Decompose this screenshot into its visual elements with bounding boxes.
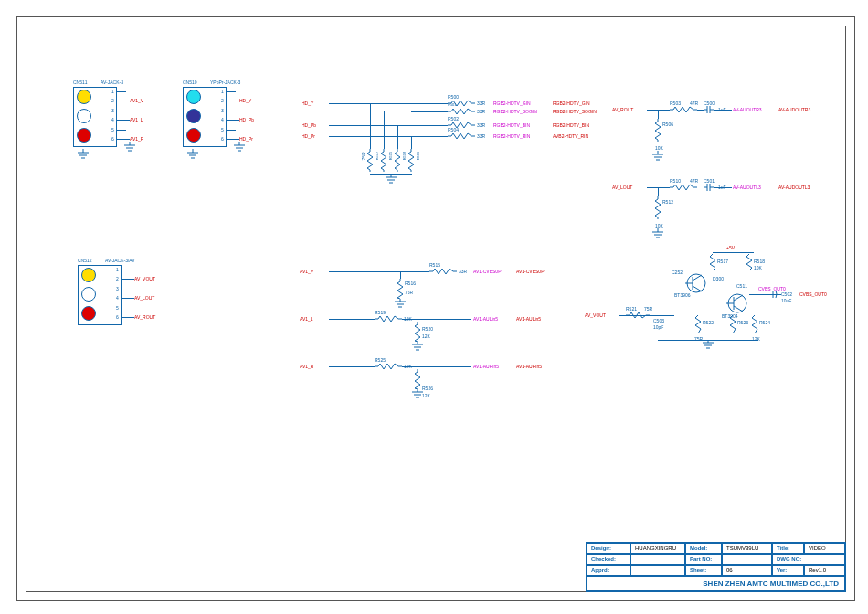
- svg-line-57: [734, 306, 743, 312]
- resistor-icon: [408, 149, 415, 172]
- gnd-icon: [123, 142, 136, 153]
- capacitor-icon: [704, 105, 714, 114]
- net-av1l: AV1_L: [130, 117, 143, 122]
- net-hdy: HD_Y: [239, 98, 251, 103]
- gnd-icon: [385, 174, 397, 185]
- rca-red-icon: [186, 128, 201, 143]
- rca-white-icon: [81, 287, 96, 302]
- rca-yellow-icon: [77, 90, 91, 104]
- transistor-icon: [726, 292, 748, 314]
- net-avlout: AV_LOUT: [134, 295, 154, 301]
- resistor-icon: [414, 322, 421, 342]
- ref-cn511: CN511: [73, 79, 88, 85]
- resistor-icon: [729, 315, 736, 333]
- resistor-icon: [380, 149, 387, 172]
- resistor-icon: [414, 369, 421, 389]
- gnd-icon: [411, 342, 424, 351]
- ref-cn512: CN512: [78, 258, 92, 263]
- transistor-icon: [685, 272, 707, 294]
- resistor-icon: [375, 315, 402, 323]
- port-auoutl3: AV-AUDOUTL3: [778, 185, 810, 190]
- rca-blue-icon: [186, 109, 201, 123]
- port-av1aurin: AV1-AURin5: [516, 364, 542, 369]
- gnd-icon: [77, 149, 90, 160]
- net-av1v: AV1_V: [130, 98, 143, 103]
- rca-red-icon: [77, 128, 91, 143]
- resistor-icon: [375, 363, 402, 370]
- gnd-icon: [411, 389, 424, 398]
- rca-yellow-icon: [81, 268, 96, 282]
- company-name: SHEN ZHEN AMTC MULTIMED CO.,LTD: [587, 576, 845, 591]
- ref-cn510: CN510: [183, 79, 197, 85]
- resistor-icon: [626, 312, 650, 319]
- port-av1aulin: AV1-AULin5: [516, 316, 541, 322]
- rca-red-icon: [81, 306, 96, 321]
- resistor-icon: [670, 184, 697, 191]
- svg-line-51: [693, 275, 702, 281]
- resistor-icon: [448, 132, 475, 140]
- gnd-icon: [186, 149, 199, 160]
- gnd-icon: [702, 340, 715, 349]
- port-auoutr3: AV-AUDOUTR3: [778, 107, 810, 112]
- net-hdpb: HD_Pb: [239, 117, 254, 122]
- part-cn512: AV-JACK-3/AV: [105, 258, 135, 263]
- resistor-icon: [397, 279, 404, 299]
- port-av1cvbs: AV1-CVBS0P: [516, 269, 544, 274]
- part-cn510: YPbPr-JACK-3: [210, 79, 240, 85]
- port-rin: AVB2-HDTV_RIN: [553, 133, 588, 139]
- resistor-icon: [429, 268, 457, 275]
- gnd-icon: [233, 142, 246, 153]
- resistor-icon: [654, 119, 662, 142]
- svg-line-56: [734, 295, 743, 301]
- rca-white-icon: [77, 109, 91, 123]
- resistor-icon: [670, 106, 697, 113]
- net-avrout: AV_ROUT: [134, 314, 155, 320]
- rca-cyan-icon: [186, 90, 201, 104]
- resistor-icon: [654, 196, 662, 219]
- resistor-icon: [751, 315, 758, 333]
- resistor-icon: [394, 149, 401, 172]
- resistor-icon: [694, 315, 702, 333]
- title-block: Design:HUANGXINGRU Model:TSUMV39LU Title…: [586, 542, 846, 592]
- part-cn511: AV-JACK-3: [101, 79, 123, 85]
- resistor-icon: [709, 254, 716, 270]
- port-cvbsout0: CVBS_OUT0: [799, 291, 827, 297]
- port-bin: RGB2-HDTV_BIN: [553, 122, 589, 128]
- resistor-icon: [746, 254, 753, 270]
- svg-line-52: [693, 286, 702, 291]
- port-gin: RGB2-HDTV_GIN: [553, 101, 590, 106]
- gnd-icon: [394, 299, 407, 308]
- net-avvout: AV_VOUT: [134, 276, 155, 281]
- resistor-icon: [448, 108, 475, 115]
- capacitor-icon: [704, 183, 714, 192]
- gnd-icon: [651, 151, 664, 162]
- gnd-icon: [651, 228, 664, 239]
- resistor-icon: [366, 149, 374, 172]
- port-sogin: RGB2-HDTV_SOGIN: [553, 109, 597, 114]
